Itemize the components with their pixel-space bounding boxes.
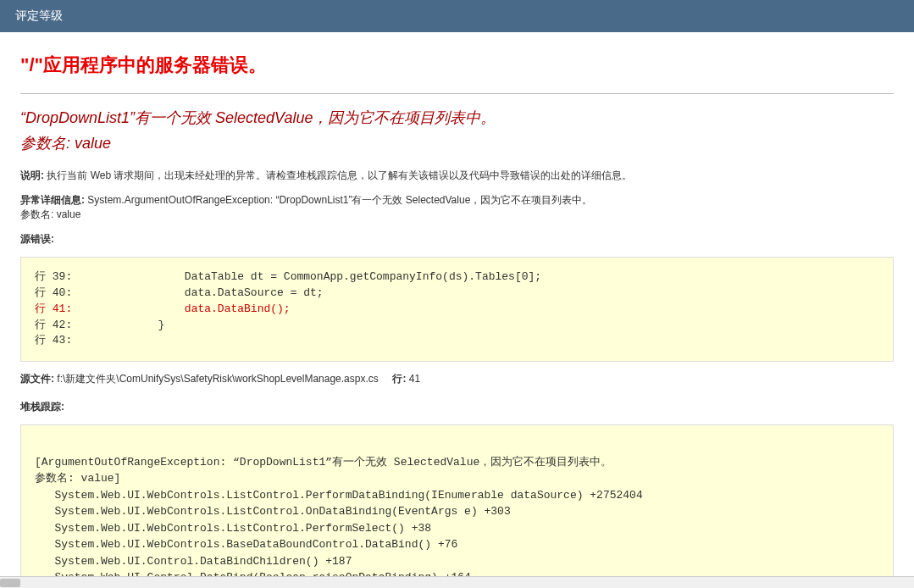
source-file-section: 源文件: f:\新建文件夹\ComUnifySys\SafetyRisk\wor…	[20, 372, 894, 386]
source-code-box: 行 39: DataTable dt = CommonApp.getCompan…	[20, 257, 894, 362]
exception-section: 异常详细信息: System.ArgumentOutOfRangeExcepti…	[20, 193, 894, 222]
code-line-39: 行 39: DataTable dt = CommonApp.getCompan…	[35, 270, 541, 283]
code-line-43: 行 43:	[35, 334, 79, 347]
description-section: 说明: 执行当前 Web 请求期间，出现未经处理的异常。请检查堆栈跟踪信息，以了…	[20, 169, 894, 183]
source-error-section: 源错误:	[20, 232, 894, 247]
stack-trace-box: [ArgumentOutOfRangeException: “DropDownL…	[20, 424, 894, 588]
description-label: 说明:	[20, 169, 44, 181]
exception-param: 参数名: value	[20, 208, 80, 220]
exception-message-line2: 参数名: value	[20, 133, 894, 153]
stack-trace-text: [ArgumentOutOfRangeException: “DropDownL…	[35, 456, 643, 588]
topbar: 评定等级	[0, 0, 914, 32]
source-error-label: 源错误:	[20, 233, 54, 245]
code-line-42: 行 42: }	[35, 319, 164, 331]
horizontal-scrollbar[interactable]	[0, 576, 914, 588]
exception-message-line1: “DropDownList1”有一个无效 SelectedValue，因为它不在…	[20, 108, 894, 128]
source-file-label: 源文件:	[20, 373, 54, 385]
line-label: 行:	[392, 373, 406, 385]
line-number: 41	[406, 373, 420, 385]
app-error-title: "/"应用程序中的服务器错误。	[20, 53, 894, 78]
topbar-title: 评定等级	[15, 8, 63, 22]
source-file-path: f:\新建文件夹\ComUnifySys\SafetyRisk\workShop…	[54, 373, 379, 385]
code-line-40: 行 40: data.DataSource = dt;	[35, 286, 324, 299]
exception-label: 异常详细信息:	[20, 194, 85, 206]
code-line-41-error: 行 41: data.DataBind();	[35, 302, 291, 315]
description-text: 执行当前 Web 请求期间，出现未经处理的异常。请检查堆栈跟踪信息，以了解有关该…	[44, 169, 632, 181]
stack-trace-label: 堆栈跟踪:	[20, 401, 64, 413]
exception-text: System.ArgumentOutOfRangeException: “Dro…	[85, 194, 592, 206]
stack-trace-section: 堆栈跟踪:	[20, 400, 894, 414]
error-page: "/"应用程序中的服务器错误。 “DropDownList1”有一个无效 Sel…	[0, 32, 914, 588]
divider	[20, 93, 894, 94]
